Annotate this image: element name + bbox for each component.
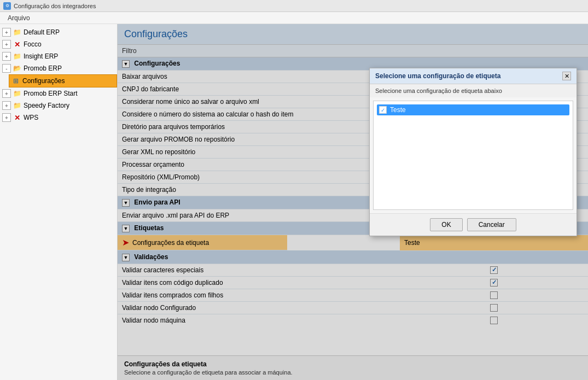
folder-icon-promob-start: 📁 xyxy=(13,89,21,98)
sidebar-label-promob-erp: Promob ERP xyxy=(24,65,62,72)
x-icon-focco: ✕ xyxy=(13,40,21,49)
menu-bar: Arquivo xyxy=(0,12,588,24)
modal-list-item-teste[interactable]: ✓ Teste xyxy=(377,104,569,115)
expand-icon-insight-erp[interactable]: + xyxy=(2,52,11,61)
sidebar-label-focco: Focco xyxy=(24,40,42,48)
folder-icon-promob: 📂 xyxy=(13,64,21,73)
sidebar-label-configuracoes: Configurações xyxy=(22,77,65,85)
modal-title-bar: Selecione uma configuração de etiqueta ✕ xyxy=(370,68,577,84)
expand-icon-promob-start[interactable]: + xyxy=(2,89,11,98)
folder-icon-insight: 📁 xyxy=(13,52,21,61)
modal-subtitle: Selecione uma configuração de etiqueta a… xyxy=(370,84,577,97)
modal-close-button[interactable]: ✕ xyxy=(562,72,571,80)
x-icon-wps: ✕ xyxy=(13,113,21,122)
sidebar-item-speedy-factory[interactable]: + 📁 Speedy Factory xyxy=(0,100,117,112)
sidebar: + 📁 Default ERP + ✕ Focco + 📁 Insight ER… xyxy=(0,24,118,380)
modal-footer: OK Cancelar xyxy=(370,213,577,236)
title-bar-text: Configuração dos integradores xyxy=(14,3,96,9)
modal-cancel-button[interactable]: Cancelar xyxy=(467,218,516,231)
sidebar-item-promob-erp-start[interactable]: + 📁 Promob ERP Start xyxy=(0,87,117,100)
expand-icon-promob-erp[interactable]: - xyxy=(2,64,11,73)
sidebar-item-configuracoes[interactable]: ⊞ Configurações xyxy=(9,74,117,87)
title-bar: ⚙ Configuração dos integradores xyxy=(0,0,588,12)
expand-icon-speedy-factory[interactable]: + xyxy=(2,101,11,110)
sidebar-label-insight-erp: Insight ERP xyxy=(24,52,58,60)
expand-icon-wps[interactable]: + xyxy=(2,113,11,122)
sidebar-item-insight-erp[interactable]: + 📁 Insight ERP xyxy=(0,50,117,62)
folder-icon-speedy: 📁 xyxy=(13,101,21,110)
sidebar-label-wps: WPS xyxy=(24,114,38,121)
sidebar-label-promob-erp-start: Promob ERP Start xyxy=(24,90,77,97)
modal-ok-button[interactable]: OK xyxy=(430,218,462,231)
expand-icon-focco[interactable]: + xyxy=(2,40,11,49)
modal-body: ✓ Teste xyxy=(373,101,573,210)
sidebar-item-default-erp[interactable]: + 📁 Default ERP xyxy=(0,26,117,38)
expand-icon-default-erp[interactable]: + xyxy=(2,28,11,37)
sidebar-label-default-erp: Default ERP xyxy=(24,28,60,36)
folder-icon: 📁 xyxy=(13,28,21,37)
app-icon: ⚙ xyxy=(3,2,11,10)
main-layout: + 📁 Default ERP + ✕ Focco + 📁 Insight ER… xyxy=(0,24,588,380)
grid-icon-configuracoes: ⊞ xyxy=(11,77,20,85)
sidebar-item-wps[interactable]: + ✕ WPS xyxy=(0,112,117,124)
menu-arquivo[interactable]: Arquivo xyxy=(3,13,34,23)
modal-dialog: Selecione uma configuração de etiqueta ✕… xyxy=(369,68,577,236)
sidebar-label-speedy-factory: Speedy Factory xyxy=(24,102,69,109)
modal-item-checkbox[interactable]: ✓ xyxy=(379,106,387,114)
sidebar-item-promob-erp[interactable]: - 📂 Promob ERP xyxy=(0,62,117,74)
sidebar-item-focco[interactable]: + ✕ Focco xyxy=(0,38,117,50)
modal-overlay: Selecione uma configuração de etiqueta ✕… xyxy=(118,24,588,380)
content-area: Configurações Filtro ▼ Configurações Bai… xyxy=(118,24,588,380)
modal-item-label: Teste xyxy=(390,106,406,114)
modal-title: Selecione uma configuração de etiqueta xyxy=(375,72,500,80)
